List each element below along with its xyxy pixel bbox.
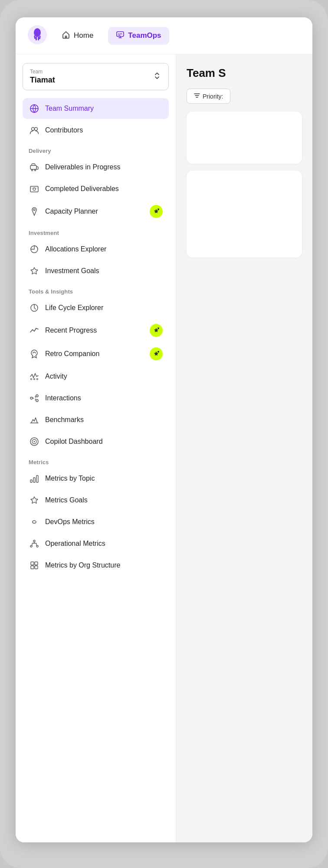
- metrics-goals-label: Metrics Goals: [45, 496, 163, 504]
- sidebar-item-metrics-by-topic[interactable]: Metrics by Topic: [23, 468, 169, 489]
- team-summary-label: Team Summary: [45, 105, 163, 112]
- operational-metrics-label: Operational Metrics: [45, 540, 163, 548]
- sidebar: Team Tiamat: [16, 54, 176, 842]
- metrics-goals-icon: [29, 495, 40, 506]
- team-selector-label: Team: [30, 69, 55, 75]
- svg-point-13: [35, 170, 36, 171]
- operational-metrics-icon: [29, 538, 40, 549]
- content-area: Team S Priority:: [176, 54, 312, 842]
- deliverables-progress-icon: [29, 162, 40, 173]
- interactions-icon: [29, 393, 40, 404]
- phone-frame: Home TeamOps: [0, 0, 328, 868]
- top-nav: Home TeamOps: [16, 17, 312, 54]
- activity-icon: [29, 371, 40, 382]
- recent-progress-icon: [29, 325, 40, 336]
- svg-point-26: [30, 397, 33, 399]
- contributors-icon: [29, 125, 40, 136]
- svg-rect-41: [35, 566, 38, 569]
- svg-point-36: [30, 545, 32, 547]
- sidebar-item-activity[interactable]: Activity: [23, 366, 169, 387]
- svg-rect-34: [36, 475, 38, 482]
- recent-progress-label: Recent Progress: [45, 327, 144, 334]
- benchmarks-label: Benchmarks: [45, 416, 163, 424]
- logo: [28, 25, 47, 46]
- life-cycle-icon: [29, 302, 40, 314]
- sidebar-item-metrics-by-org[interactable]: Metrics by Org Structure: [23, 555, 169, 576]
- sidebar-item-allocations-explorer[interactable]: Allocations Explorer: [23, 239, 169, 260]
- sidebar-item-recent-progress[interactable]: Recent Progress: [23, 319, 169, 342]
- svg-rect-6: [65, 36, 67, 38]
- filter-icon: [194, 92, 200, 100]
- allocations-explorer-label: Allocations Explorer: [45, 245, 163, 253]
- sidebar-item-interactions[interactable]: Interactions: [23, 388, 169, 409]
- svg-point-16: [33, 209, 35, 211]
- svg-rect-38: [31, 562, 34, 565]
- svg-rect-11: [30, 165, 36, 169]
- teamops-icon: [116, 30, 125, 41]
- metrics-by-org-icon: [29, 560, 40, 571]
- section-investment: Investment: [23, 224, 169, 239]
- svg-point-24: [34, 379, 35, 380]
- deliverables-in-progress-label: Deliverables in Progress: [45, 163, 163, 171]
- content-title: Team S: [187, 66, 302, 80]
- metrics-by-topic-label: Metrics by Topic: [45, 475, 163, 482]
- investment-goals-icon: [29, 265, 40, 277]
- sidebar-item-life-cycle-explorer[interactable]: Life Cycle Explorer: [23, 297, 169, 318]
- capacity-planner-label: Capacity Planner: [45, 208, 144, 215]
- sidebar-item-investment-goals[interactable]: Investment Goals: [23, 261, 169, 281]
- sidebar-item-completed-deliverables[interactable]: Completed Deliverables: [23, 178, 169, 199]
- svg-point-31: [34, 441, 35, 442]
- filter-label: Priority:: [203, 93, 223, 100]
- teamops-button[interactable]: TeamOps: [108, 27, 169, 45]
- interactions-label: Interactions: [45, 394, 163, 402]
- section-delivery: Delivery: [23, 142, 169, 157]
- sidebar-item-retro-companion[interactable]: Retro Companion: [23, 343, 169, 365]
- team-selector[interactable]: Team Tiamat: [23, 63, 169, 90]
- teamops-label: TeamOps: [128, 31, 161, 40]
- app-window: Home TeamOps: [16, 17, 312, 842]
- retro-companion-badge: [150, 347, 163, 360]
- investment-goals-label: Investment Goals: [45, 267, 163, 275]
- svg-rect-14: [30, 186, 38, 192]
- svg-rect-3: [36, 36, 37, 40]
- sidebar-item-capacity-planner[interactable]: Capacity Planner: [23, 200, 169, 223]
- benchmarks-icon: [29, 414, 40, 426]
- sidebar-item-benchmarks[interactable]: Benchmarks: [23, 409, 169, 430]
- content-card-1: [187, 112, 302, 164]
- devops-metrics-label: DevOps Metrics: [45, 518, 163, 526]
- sidebar-item-copilot-dashboard[interactable]: Copilot Dashboard: [23, 431, 169, 452]
- sidebar-item-contributors[interactable]: Contributors: [23, 120, 169, 141]
- svg-point-28: [36, 399, 38, 402]
- section-metrics: Metrics: [23, 453, 169, 468]
- sidebar-item-metrics-goals[interactable]: Metrics Goals: [23, 490, 169, 511]
- main-layout: Team Tiamat: [16, 54, 312, 842]
- svg-point-25: [37, 379, 38, 380]
- svg-rect-39: [35, 562, 38, 565]
- section-tools-insights: Tools & Insights: [23, 282, 169, 297]
- svg-point-9: [32, 128, 35, 131]
- content-card-2: [187, 171, 302, 257]
- home-icon: [62, 30, 70, 41]
- metrics-by-topic-icon: [29, 473, 40, 484]
- chevron-icon: [153, 71, 161, 82]
- svg-rect-33: [33, 478, 35, 482]
- sidebar-item-team-summary[interactable]: Team Summary: [23, 98, 169, 119]
- svg-point-37: [36, 545, 38, 547]
- svg-point-23: [31, 379, 32, 380]
- sidebar-item-devops-metrics[interactable]: DevOps Metrics: [23, 512, 169, 532]
- life-cycle-explorer-label: Life Cycle Explorer: [45, 304, 163, 312]
- svg-point-27: [36, 395, 38, 397]
- priority-filter[interactable]: Priority:: [187, 89, 230, 104]
- contributors-label: Contributors: [45, 126, 163, 134]
- metrics-by-org-label: Metrics by Org Structure: [45, 561, 163, 569]
- sidebar-item-operational-metrics[interactable]: Operational Metrics: [23, 533, 169, 554]
- home-button[interactable]: Home: [54, 27, 101, 45]
- svg-point-17: [157, 208, 159, 210]
- filter-bar: Priority:: [187, 89, 302, 104]
- sidebar-item-deliverables-in-progress[interactable]: Deliverables in Progress: [23, 157, 169, 178]
- completed-deliverables-label: Completed Deliverables: [45, 185, 163, 193]
- svg-rect-32: [30, 480, 32, 482]
- svg-point-21: [157, 327, 159, 329]
- devops-metrics-icon: [29, 516, 40, 528]
- svg-rect-40: [31, 566, 34, 569]
